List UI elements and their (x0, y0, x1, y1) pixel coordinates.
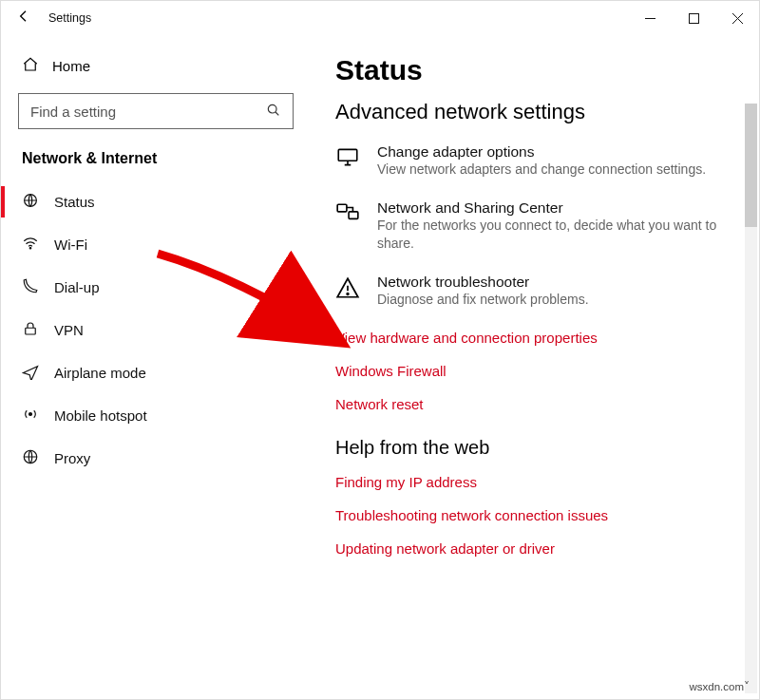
setting-troubleshooter[interactable]: Network troubleshooter Diagnose and fix … (335, 274, 725, 309)
close-button[interactable] (715, 3, 759, 33)
sharing-icon (335, 199, 360, 253)
monitor-icon (335, 143, 360, 179)
svg-rect-1 (689, 13, 698, 23)
vpn-icon (22, 320, 39, 340)
home-icon (22, 56, 39, 76)
sidebar-item-label: Airplane mode (54, 365, 146, 381)
hotspot-icon (22, 406, 39, 426)
svg-rect-13 (349, 212, 358, 219)
help-heading: Help from the web (335, 437, 759, 459)
sidebar-item-airplane[interactable]: Airplane mode (18, 351, 309, 394)
svg-line-5 (276, 112, 278, 115)
status-icon (22, 192, 39, 212)
section-title: Network & Internet (22, 150, 309, 167)
svg-rect-11 (338, 149, 357, 161)
sidebar-item-proxy[interactable]: Proxy (18, 437, 309, 480)
search-input[interactable]: Find a setting (18, 93, 294, 129)
help-link-troubleshoot[interactable]: Troubleshooting network connection issue… (335, 507, 759, 523)
setting-desc: For the networks you connect to, decide … (377, 217, 725, 253)
setting-desc: View network adapters and change connect… (377, 161, 706, 179)
search-icon (266, 103, 281, 121)
setting-sharing-center[interactable]: Network and Sharing Center For the netwo… (335, 199, 725, 253)
sidebar-item-vpn[interactable]: VPN (18, 309, 309, 351)
svg-point-4 (268, 104, 276, 113)
sidebar-item-dialup[interactable]: Dial-up (18, 266, 309, 309)
link-hardware-props[interactable]: View hardware and connection properties (335, 330, 759, 346)
setting-title: Network troubleshooter (377, 274, 589, 291)
scrollbar[interactable] (745, 104, 757, 693)
search-placeholder: Find a setting (30, 104, 116, 120)
sidebar-item-wifi[interactable]: Wi-Fi (18, 223, 309, 266)
setting-adapter-options[interactable]: Change adapter options View network adap… (335, 143, 725, 179)
proxy-icon (22, 448, 39, 468)
svg-point-15 (347, 293, 349, 294)
home-nav[interactable]: Home (18, 48, 309, 93)
sidebar-item-label: Mobile hotspot (54, 407, 147, 424)
wifi-icon (22, 235, 39, 255)
page-title: Status (335, 54, 759, 86)
page-subtitle: Advanced network settings (335, 100, 759, 124)
setting-desc: Diagnose and fix network problems. (377, 291, 589, 309)
svg-point-9 (29, 413, 32, 416)
svg-rect-8 (26, 328, 36, 334)
sidebar-item-label: Proxy (54, 450, 90, 466)
back-button[interactable] (16, 9, 31, 28)
help-link-ip[interactable]: Finding my IP address (335, 474, 759, 490)
sidebar-item-status[interactable]: Status (18, 180, 309, 223)
help-link-update-adapter[interactable]: Updating network adapter or driver (335, 540, 759, 557)
watermark: wsxdn.com˅ (689, 680, 750, 693)
minimize-button[interactable] (628, 3, 672, 33)
setting-title: Network and Sharing Center (377, 199, 725, 217)
sidebar-item-label: Wi-Fi (54, 236, 87, 253)
maximize-button[interactable] (672, 3, 715, 33)
setting-title: Change adapter options (377, 143, 706, 161)
svg-rect-12 (337, 204, 347, 212)
sidebar-item-hotspot[interactable]: Mobile hotspot (18, 394, 309, 437)
dialup-icon (22, 277, 39, 297)
link-network-reset[interactable]: Network reset (335, 396, 759, 412)
warning-icon (335, 274, 360, 309)
svg-point-7 (29, 248, 31, 250)
sidebar-item-label: Dial-up (54, 279, 100, 295)
sidebar-item-label: Status (54, 194, 95, 210)
window-title: Settings (48, 11, 91, 25)
home-label: Home (52, 58, 90, 74)
airplane-icon (22, 363, 39, 383)
sidebar-item-label: VPN (54, 322, 84, 338)
link-firewall[interactable]: Windows Firewall (335, 363, 759, 379)
